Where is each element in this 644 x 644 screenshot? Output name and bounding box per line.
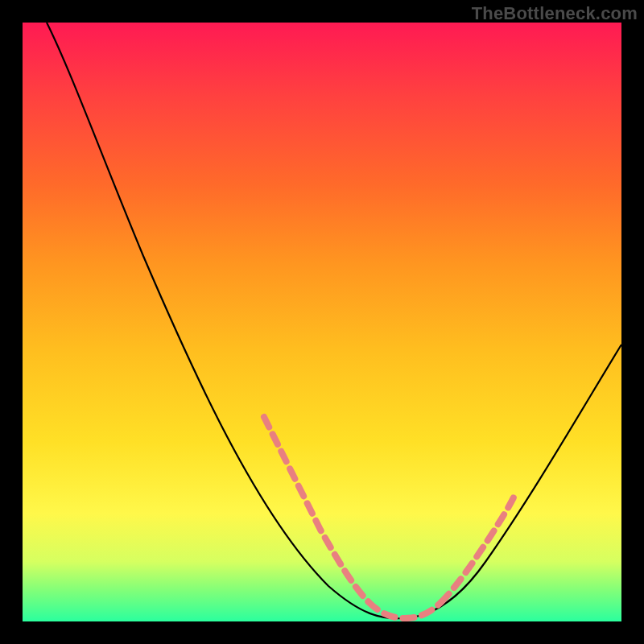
chart-plot-area (23, 23, 621, 621)
bottleneck-curve (47, 23, 621, 618)
chart-svg (23, 23, 621, 621)
watermark-text: TheBottleneck.com (472, 3, 638, 24)
highlight-right-segment (441, 497, 514, 602)
